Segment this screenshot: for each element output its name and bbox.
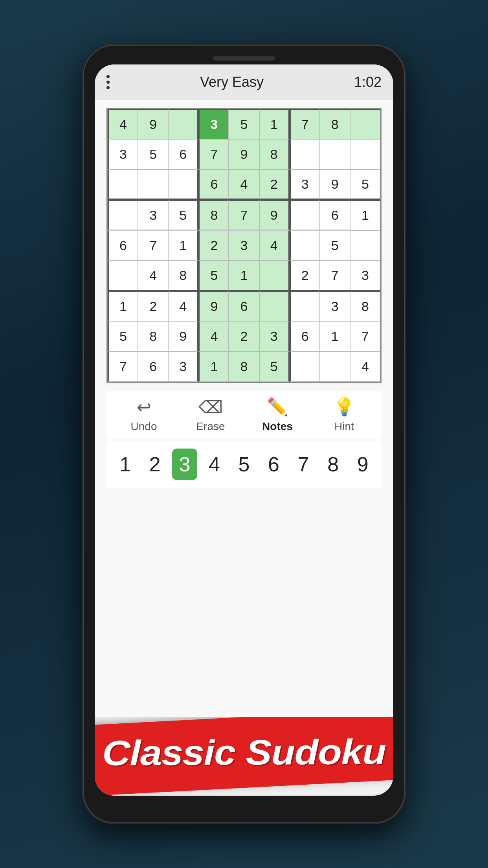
sudoku-cell[interactable]: [290, 200, 320, 230]
sudoku-cell[interactable]: 8: [320, 109, 350, 139]
sudoku-cell[interactable]: 7: [350, 321, 380, 351]
sudoku-cell[interactable]: 7: [108, 351, 138, 382]
sudoku-cell[interactable]: 5: [108, 321, 138, 351]
sudoku-cell[interactable]: 1: [168, 230, 198, 261]
sudoku-cell[interactable]: 5: [320, 230, 350, 261]
sudoku-cell[interactable]: 6: [168, 139, 198, 169]
sudoku-cell[interactable]: [290, 291, 320, 321]
sudoku-cell[interactable]: 1: [259, 109, 290, 139]
sudoku-cell[interactable]: [108, 169, 138, 200]
sudoku-cell[interactable]: 1: [108, 291, 138, 321]
sudoku-cell[interactable]: 8: [138, 321, 168, 351]
sudoku-cell[interactable]: 8: [229, 351, 259, 382]
sudoku-cell[interactable]: [290, 139, 320, 169]
sudoku-cell[interactable]: 5: [198, 261, 229, 291]
num-btn-8[interactable]: 8: [321, 449, 346, 480]
sudoku-cell[interactable]: 7: [229, 200, 259, 230]
sudoku-cell[interactable]: [290, 351, 320, 382]
sudoku-cell[interactable]: 6: [198, 169, 229, 200]
sudoku-cell[interactable]: 6: [290, 321, 320, 351]
hint-button[interactable]: 💡 Hint: [319, 397, 370, 433]
sudoku-cell[interactable]: [259, 291, 290, 321]
sudoku-cell[interactable]: 7: [320, 261, 350, 291]
sudoku-cell[interactable]: [320, 351, 350, 382]
sudoku-cell[interactable]: [108, 261, 138, 291]
sudoku-cell[interactable]: [350, 139, 380, 169]
sudoku-cell[interactable]: 2: [198, 230, 229, 261]
sudoku-cell[interactable]: [108, 200, 138, 230]
sudoku-cell[interactable]: 1: [350, 200, 380, 230]
num-btn-1[interactable]: 1: [113, 449, 138, 480]
num-btn-6[interactable]: 6: [261, 449, 286, 480]
sudoku-cell[interactable]: 6: [108, 230, 138, 261]
num-btn-9[interactable]: 9: [350, 449, 375, 480]
sudoku-cell[interactable]: 9: [259, 200, 290, 230]
sudoku-cell[interactable]: [350, 230, 380, 261]
sudoku-cell[interactable]: 9: [320, 169, 350, 200]
sudoku-cell[interactable]: 2: [290, 261, 320, 291]
sudoku-cell[interactable]: 4: [350, 351, 380, 382]
sudoku-cell[interactable]: 3: [108, 139, 138, 169]
sudoku-cell[interactable]: 4: [168, 291, 198, 321]
sudoku-cell[interactable]: 3: [320, 291, 350, 321]
sudoku-cell[interactable]: [168, 169, 198, 200]
promo-banner: Classic Sudoku: [95, 717, 393, 796]
sudoku-cell[interactable]: 1: [198, 351, 229, 382]
sudoku-cell[interactable]: 4: [138, 261, 168, 291]
sudoku-cell[interactable]: [290, 230, 320, 261]
num-btn-2[interactable]: 2: [142, 449, 167, 480]
sudoku-cell[interactable]: 9: [198, 291, 229, 321]
sudoku-cell[interactable]: 1: [229, 261, 259, 291]
sudoku-cell[interactable]: 5: [138, 139, 168, 169]
notes-button[interactable]: ✏️ Notes: [252, 397, 303, 433]
menu-button[interactable]: [106, 75, 110, 89]
num-btn-5[interactable]: 5: [231, 449, 257, 480]
sudoku-cell[interactable]: 6: [320, 200, 350, 230]
sudoku-cell[interactable]: 9: [138, 109, 168, 139]
sudoku-cell[interactable]: 3: [198, 109, 229, 139]
sudoku-cell[interactable]: 1: [320, 321, 350, 351]
sudoku-cell[interactable]: 3: [229, 230, 259, 261]
sudoku-cell[interactable]: 7: [198, 139, 229, 169]
sudoku-cell[interactable]: 9: [229, 139, 259, 169]
sudoku-cell[interactable]: 5: [350, 169, 380, 200]
sudoku-cell[interactable]: 5: [229, 109, 259, 139]
sudoku-cell[interactable]: 4: [229, 169, 259, 200]
sudoku-cell[interactable]: 5: [259, 351, 290, 382]
sudoku-cell[interactable]: [320, 139, 350, 169]
sudoku-cell[interactable]: 4: [198, 321, 229, 351]
sudoku-cell[interactable]: 4: [259, 230, 290, 261]
sudoku-cell[interactable]: 7: [138, 230, 168, 261]
num-btn-3[interactable]: 3: [172, 449, 197, 480]
num-btn-4[interactable]: 4: [202, 449, 227, 480]
undo-label: Undo: [131, 420, 157, 433]
phone-frame: Very Easy 1:02 4935178356798642395358796…: [83, 45, 405, 823]
sudoku-cell[interactable]: 2: [138, 291, 168, 321]
sudoku-cell[interactable]: 3: [168, 351, 198, 382]
sudoku-cell[interactable]: [168, 109, 198, 139]
sudoku-cell[interactable]: 8: [350, 291, 380, 321]
sudoku-cell[interactable]: 3: [138, 200, 168, 230]
sudoku-cell[interactable]: 3: [259, 321, 290, 351]
sudoku-cell[interactable]: 7: [290, 109, 320, 139]
num-btn-7[interactable]: 7: [291, 449, 316, 480]
sudoku-cell[interactable]: 3: [290, 169, 320, 200]
sudoku-cell[interactable]: 2: [259, 169, 290, 200]
sudoku-cell[interactable]: 8: [198, 200, 229, 230]
sudoku-cell[interactable]: 8: [168, 261, 198, 291]
sudoku-cell[interactable]: [259, 261, 290, 291]
difficulty-label: Very Easy: [200, 74, 264, 90]
erase-button[interactable]: ⌫ Erase: [185, 397, 236, 433]
sudoku-cell[interactable]: [350, 109, 380, 139]
sudoku-cell[interactable]: 6: [138, 351, 168, 382]
sudoku-cell[interactable]: 2: [229, 321, 259, 351]
sudoku-cell[interactable]: 3: [350, 261, 380, 291]
sudoku-cell[interactable]: 4: [108, 109, 138, 139]
sudoku-cell[interactable]: 6: [229, 291, 259, 321]
sudoku-cell[interactable]: [138, 169, 168, 200]
sudoku-cell[interactable]: 8: [259, 139, 290, 169]
sudoku-cell[interactable]: 5: [168, 200, 198, 230]
sudoku-cell[interactable]: 9: [168, 321, 198, 351]
pencil-icon: ✏️: [267, 397, 288, 417]
undo-button[interactable]: ↩ Undo: [118, 397, 169, 433]
